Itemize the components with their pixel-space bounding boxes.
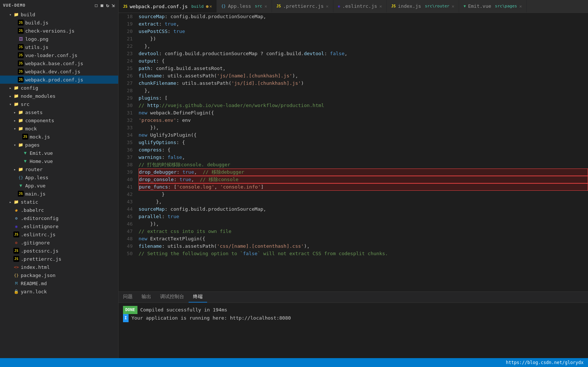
tab-close-button[interactable]: ✕ (326, 4, 329, 9)
collapse-icon[interactable]: ⇲ (112, 2, 115, 8)
tree-item-node_modules-folder[interactable]: ▸ 📁 node_modules (0, 92, 118, 100)
tree-item-pages-folder[interactable]: ▾ 📁 pages (0, 141, 118, 149)
tree-item-mock.js[interactable]: JS mock.js (0, 133, 118, 141)
tab-close-button[interactable]: ✕ (379, 4, 382, 9)
file-type-icon: {} (18, 174, 24, 180)
tree-item-vue-loader.conf.js[interactable]: JS vue-loader.conf.js (0, 51, 118, 59)
file-type-icon: JS (18, 20, 24, 26)
status-url: https://blog.csdn.net/glorydx (506, 360, 584, 365)
code-line: }, (139, 43, 588, 50)
tree-item-index.html[interactable]: <> index.html (0, 263, 118, 271)
item-label: build (21, 12, 118, 17)
new-folder-icon[interactable]: ◼ (100, 2, 104, 8)
tab-index.js[interactable]: JS index.js src\router ✕ (387, 0, 459, 13)
new-file-icon[interactable]: ◻ (94, 2, 98, 8)
tab-App.less[interactable]: {} App.less src ✕ (217, 0, 272, 13)
item-label: index.html (21, 264, 118, 270)
line-number: 18 (119, 13, 133, 20)
tree-item-build-folder[interactable]: ▾ 📁 build (0, 10, 118, 19)
tab-label: index.js (398, 3, 421, 9)
tab-webpack.prod.conf.js[interactable]: JS webpack.prod.conf.js build ●✕ (119, 0, 217, 13)
panel-tab-终端[interactable]: 终端 (189, 291, 207, 303)
terminal-line: DONECompiled successfully in 194ms (123, 306, 584, 314)
tree-item-.gitignore[interactable]: ⊙ .gitignore (0, 238, 118, 247)
chevron-icon (16, 134, 22, 140)
terminal-text: Compiled successfully in 194ms (140, 306, 227, 314)
tree-item-webpack.dev.conf.js[interactable]: JS webpack.dev.conf.js (0, 67, 118, 76)
chevron-icon (7, 207, 13, 213)
tree-item-.postcssrc.js[interactable]: JS .postcssrc.js (0, 247, 118, 255)
tab-close-button[interactable]: ✕ (265, 4, 267, 9)
file-type-icon: 🔒 (13, 288, 19, 294)
tree-item-assets-folder[interactable]: ▸ 📁 assets (0, 108, 118, 116)
tree-item-.editorconfig[interactable]: ⚙ .editorconfig (0, 214, 118, 222)
tree-item-src-folder[interactable]: ▾ 📁 src (0, 100, 118, 108)
line-number: 49 (119, 243, 133, 250)
tree-item-main.js[interactable]: JS main.js (0, 190, 118, 198)
panel-tab-输出[interactable]: 输出 (137, 291, 156, 303)
sidebar-title: VUE-DEMO (3, 3, 26, 8)
panel-tab-调试控制台[interactable]: 调试控制台 (156, 291, 189, 303)
item-label: logo.png (25, 36, 118, 42)
line-number: 36 (119, 146, 133, 154)
code-content[interactable]: sourceMap: config.build.productionSource… (136, 13, 588, 291)
line-number: 27 (119, 80, 133, 87)
tree-item-.babelrc[interactable]: ◕ .babelrc (0, 206, 118, 214)
tree-item-check-versions.js[interactable]: JS check-versions.js (0, 27, 118, 35)
tree-item-webpack.base.conf.js[interactable]: JS webpack.base.conf.js (0, 59, 118, 67)
panel-tab-问题[interactable]: 问题 (119, 291, 137, 303)
tree-item-logo.png[interactable]: 🖼 logo.png (0, 35, 118, 43)
tree-item-Home.vue[interactable]: ▼ Home.vue (0, 157, 118, 165)
tree-item-package.json[interactable]: {} package.json (0, 271, 118, 279)
tab-close-button[interactable]: ●✕ (206, 4, 212, 9)
tree-item-components-folder[interactable]: ▸ 📁 components (0, 116, 118, 124)
tree-item-App.less[interactable]: {} App.less (0, 173, 118, 181)
chevron-icon (7, 288, 13, 294)
tree-item-yarn.lock[interactable]: 🔒 yarn.lock (0, 287, 118, 296)
code-line: new webpack.DefinePlugin({ (139, 109, 588, 117)
tree-item-.eslintrc.js[interactable]: JS .eslintrc.js (0, 230, 118, 238)
tab-Emit.vue[interactable]: ▼ Emit.vue src\pages ✕ (459, 0, 527, 13)
chevron-icon (16, 150, 22, 156)
chevron-icon (12, 44, 18, 50)
tree-item-mock-folder[interactable]: ▾ 📁 mock (0, 124, 118, 133)
tab-close-button[interactable]: ✕ (452, 4, 454, 9)
chevron-icon (12, 36, 18, 42)
file-type-icon: 📁 (13, 199, 19, 205)
file-type-icon: ▼ (18, 183, 24, 188)
item-label: webpack.base.conf.js (25, 61, 118, 66)
item-label: mock.js (30, 134, 118, 140)
line-number: 34 (119, 131, 133, 139)
tree-item-build.js[interactable]: JS build.js (0, 19, 118, 27)
line-number: 19 (119, 20, 133, 28)
terminal-content[interactable]: DONECompiled successfully in 194msIYour … (119, 303, 588, 358)
line-number: 37 (119, 154, 133, 161)
file-type-icon: 📁 (18, 117, 24, 123)
code-line: parallel: true (139, 213, 588, 220)
tree-item-.prettierrc.js[interactable]: JS .prettierrc.js (0, 255, 118, 263)
tree-item-router-folder[interactable]: ▸ 📁 router (0, 165, 118, 173)
line-number: 30 (119, 102, 133, 109)
item-label: assets (25, 110, 118, 115)
panel-tabs: 问题输出调试控制台终端 (119, 292, 588, 303)
item-label: .eslintignore (21, 224, 118, 229)
refresh-icon[interactable]: ↻ (106, 2, 109, 8)
tree-item-utils.js[interactable]: JS utils.js (0, 43, 118, 51)
tree-item-App.vue[interactable]: ▼ App.vue (0, 181, 118, 190)
tab-.eslintrc.js[interactable]: ◉ .eslintrc.js ✕ (333, 0, 387, 13)
chevron-icon (7, 256, 13, 262)
file-type-icon: JS (22, 134, 28, 140)
tab-.prettierrc.js[interactable]: JS .prettierrc.js ✕ (272, 0, 333, 13)
tree-item-Emit.vue[interactable]: ▼ Emit.vue (0, 149, 118, 157)
item-label: webpack.prod.conf.js (25, 77, 118, 83)
tree-item-config-folder[interactable]: ▸ 📁 config (0, 84, 118, 92)
chevron-icon: ▸ (12, 117, 18, 123)
file-type-icon: JS (18, 69, 24, 74)
done-badge: DONE (123, 306, 137, 314)
tab-close-button[interactable]: ✕ (519, 4, 522, 9)
tree-item-README.md[interactable]: M README.md (0, 279, 118, 287)
tree-item-static-folder[interactable]: ▸ 📁 static (0, 198, 118, 206)
tree-item-webpack.prod.conf.js[interactable]: JS webpack.prod.conf.js (0, 76, 118, 84)
tree-item-.eslintignore[interactable]: ◉ .eslintignore (0, 222, 118, 230)
item-label: check-versions.js (25, 28, 118, 34)
